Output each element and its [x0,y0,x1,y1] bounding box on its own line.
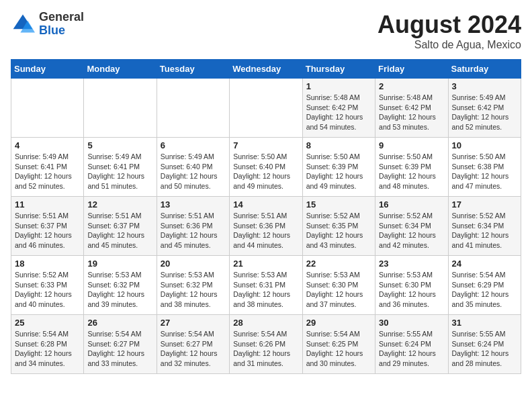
day-details: Sunrise: 5:48 AM Sunset: 6:42 PM Dayligh… [379,93,444,132]
day-details: Sunrise: 5:51 AM Sunset: 6:36 PM Dayligh… [233,211,298,250]
day-number: 7 [233,140,298,150]
day-details: Sunrise: 5:51 AM Sunset: 6:37 PM Dayligh… [87,211,152,250]
day-number: 16 [379,199,444,210]
day-number: 4 [15,140,80,150]
table-cell: 8Sunrise: 5:50 AM Sunset: 6:39 PM Daylig… [302,138,375,197]
day-details: Sunrise: 5:49 AM Sunset: 6:41 PM Dayligh… [15,152,80,191]
table-cell: 15Sunrise: 5:52 AM Sunset: 6:35 PM Dayli… [302,197,375,256]
day-details: Sunrise: 5:49 AM Sunset: 6:41 PM Dayligh… [87,152,152,191]
day-number: 2 [379,81,444,91]
table-cell: 12Sunrise: 5:51 AM Sunset: 6:37 PM Dayli… [84,197,157,256]
table-cell: 14Sunrise: 5:51 AM Sunset: 6:36 PM Dayli… [230,197,302,256]
day-details: Sunrise: 5:55 AM Sunset: 6:24 PM Dayligh… [452,329,517,369]
day-number: 29 [306,318,371,328]
table-cell: 1Sunrise: 5:48 AM Sunset: 6:42 PM Daylig… [302,79,375,138]
day-details: Sunrise: 5:53 AM Sunset: 6:32 PM Dayligh… [161,270,226,310]
day-number: 28 [233,318,298,328]
day-details: Sunrise: 5:52 AM Sunset: 6:35 PM Dayligh… [306,211,371,250]
table-cell: 29Sunrise: 5:54 AM Sunset: 6:25 PM Dayli… [302,315,375,374]
day-details: Sunrise: 5:54 AM Sunset: 6:28 PM Dayligh… [15,329,80,369]
day-details: Sunrise: 5:54 AM Sunset: 6:25 PM Dayligh… [306,329,371,369]
table-cell: 28Sunrise: 5:54 AM Sunset: 6:26 PM Dayli… [230,315,302,374]
table-cell: 7Sunrise: 5:50 AM Sunset: 6:40 PM Daylig… [230,138,302,197]
day-number: 25 [15,318,80,328]
day-number: 11 [15,199,80,210]
day-details: Sunrise: 5:52 AM Sunset: 6:34 PM Dayligh… [379,211,444,250]
day-number: 21 [233,259,298,269]
day-details: Sunrise: 5:50 AM Sunset: 6:39 PM Dayligh… [306,152,371,191]
day-number: 19 [87,259,152,269]
table-cell: 30Sunrise: 5:55 AM Sunset: 6:24 PM Dayli… [375,315,448,374]
day-details: Sunrise: 5:51 AM Sunset: 6:37 PM Dayligh… [15,211,80,250]
table-cell: 19Sunrise: 5:53 AM Sunset: 6:32 PM Dayli… [84,256,157,315]
calendar-body: 1Sunrise: 5:48 AM Sunset: 6:42 PM Daylig… [11,79,521,374]
logo: General Blue [11,11,84,38]
table-cell: 4Sunrise: 5:49 AM Sunset: 6:41 PM Daylig… [11,138,84,197]
calendar-table: Sunday Monday Tuesday Wednesday Thursday… [11,59,521,374]
day-number: 12 [87,199,152,210]
day-details: Sunrise: 5:52 AM Sunset: 6:33 PM Dayligh… [15,270,80,310]
day-details: Sunrise: 5:51 AM Sunset: 6:36 PM Dayligh… [161,211,226,250]
day-number: 14 [233,199,298,210]
day-details: Sunrise: 5:49 AM Sunset: 6:42 PM Dayligh… [452,93,517,132]
day-number: 30 [379,318,444,328]
day-details: Sunrise: 5:48 AM Sunset: 6:42 PM Dayligh… [306,93,371,132]
day-details: Sunrise: 5:54 AM Sunset: 6:27 PM Dayligh… [161,329,226,369]
day-number: 27 [161,318,226,328]
calendar-header: Sunday Monday Tuesday Wednesday Thursday… [11,60,521,79]
table-cell: 23Sunrise: 5:53 AM Sunset: 6:30 PM Dayli… [375,256,448,315]
header-friday: Friday [375,60,448,79]
day-details: Sunrise: 5:54 AM Sunset: 6:27 PM Dayligh… [87,329,152,369]
day-number: 6 [161,140,226,150]
day-details: Sunrise: 5:53 AM Sunset: 6:30 PM Dayligh… [306,270,371,310]
day-details: Sunrise: 5:49 AM Sunset: 6:40 PM Dayligh… [161,152,226,191]
day-details: Sunrise: 5:50 AM Sunset: 6:40 PM Dayligh… [233,152,298,191]
day-details: Sunrise: 5:52 AM Sunset: 6:34 PM Dayligh… [452,211,517,250]
table-cell: 5Sunrise: 5:49 AM Sunset: 6:41 PM Daylig… [84,138,157,197]
table-cell: 31Sunrise: 5:55 AM Sunset: 6:24 PM Dayli… [448,315,521,374]
location: Salto de Agua, Mexico [378,39,521,51]
table-cell: 16Sunrise: 5:52 AM Sunset: 6:34 PM Dayli… [375,197,448,256]
day-number: 17 [452,199,517,210]
day-details: Sunrise: 5:53 AM Sunset: 6:31 PM Dayligh… [233,270,298,310]
table-cell: 9Sunrise: 5:50 AM Sunset: 6:39 PM Daylig… [375,138,448,197]
table-cell: 22Sunrise: 5:53 AM Sunset: 6:30 PM Dayli… [302,256,375,315]
logo-icon [11,12,35,36]
header-wednesday: Wednesday [230,60,302,79]
table-cell: 26Sunrise: 5:54 AM Sunset: 6:27 PM Dayli… [84,315,157,374]
day-number: 1 [306,81,371,91]
table-cell: 20Sunrise: 5:53 AM Sunset: 6:32 PM Dayli… [157,256,229,315]
table-cell: 24Sunrise: 5:54 AM Sunset: 6:29 PM Dayli… [448,256,521,315]
day-details: Sunrise: 5:54 AM Sunset: 6:29 PM Dayligh… [452,270,517,310]
day-number: 9 [379,140,444,150]
table-cell: 25Sunrise: 5:54 AM Sunset: 6:28 PM Dayli… [11,315,84,374]
header-thursday: Thursday [302,60,375,79]
table-cell: 17Sunrise: 5:52 AM Sunset: 6:34 PM Dayli… [448,197,521,256]
table-cell: 10Sunrise: 5:50 AM Sunset: 6:38 PM Dayli… [448,138,521,197]
table-cell: 3Sunrise: 5:49 AM Sunset: 6:42 PM Daylig… [448,79,521,138]
header-sunday: Sunday [11,60,84,79]
day-number: 23 [379,259,444,269]
header-tuesday: Tuesday [157,60,229,79]
day-number: 5 [87,140,152,150]
day-number: 22 [306,259,371,269]
month-year: August 2024 [378,11,521,39]
table-cell [230,79,302,138]
day-details: Sunrise: 5:55 AM Sunset: 6:24 PM Dayligh… [379,329,444,369]
table-cell: 13Sunrise: 5:51 AM Sunset: 6:36 PM Dayli… [157,197,229,256]
day-number: 24 [452,259,517,269]
header-saturday: Saturday [448,60,521,79]
day-number: 10 [452,140,517,150]
table-cell: 27Sunrise: 5:54 AM Sunset: 6:27 PM Dayli… [157,315,229,374]
day-number: 31 [452,318,517,328]
table-cell: 18Sunrise: 5:52 AM Sunset: 6:33 PM Dayli… [11,256,84,315]
table-cell: 11Sunrise: 5:51 AM Sunset: 6:37 PM Dayli… [11,197,84,256]
table-cell [157,79,229,138]
day-details: Sunrise: 5:50 AM Sunset: 6:38 PM Dayligh… [452,152,517,191]
day-number: 8 [306,140,371,150]
header-monday: Monday [84,60,157,79]
table-cell [11,79,84,138]
day-number: 15 [306,199,371,210]
day-number: 20 [161,259,226,269]
logo-text: General Blue [39,11,84,38]
